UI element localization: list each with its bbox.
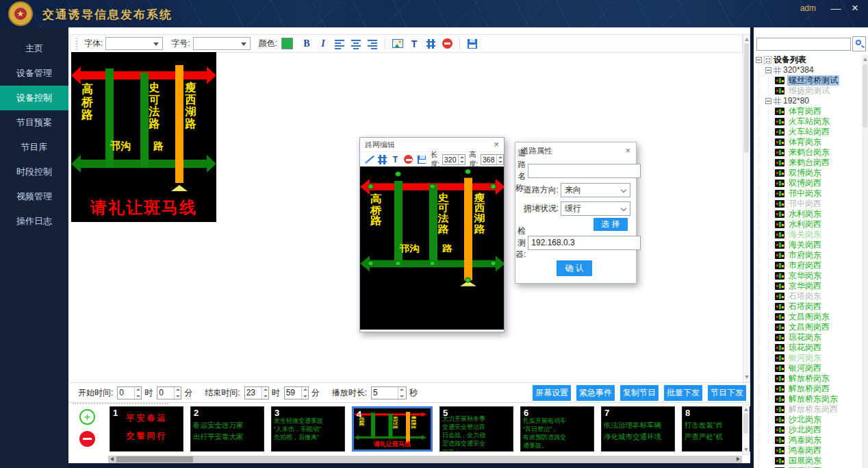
align-center-button[interactable] [349,37,363,51]
sidebar-item[interactable]: 设备管理 [0,61,68,86]
action-button[interactable]: 节目下发 [708,385,746,401]
device-item[interactable]: 体育岗西 [754,106,862,116]
tree-scrollbar[interactable] [862,55,868,468]
action-button[interactable]: 复制节目 [620,385,659,401]
sidebar-item[interactable]: 节目预案 [0,110,68,135]
control-handle[interactable] [368,184,374,189]
device-item[interactable]: 鸿泰岗西 [754,445,862,456]
device-item[interactable]: 市府岗东 [754,250,862,260]
device-item[interactable]: 邗中岗东 [754,188,862,199]
device-item[interactable]: 琼花岗东 [754,332,862,343]
control-handle[interactable] [368,260,374,266]
road-label-right[interactable]: 瘦西湖路 [474,192,485,234]
device-item[interactable]: 水利岗东 [754,209,862,219]
editor-canvas[interactable]: 高桥路 史可法路 瘦西湖路 邗沟 路 [360,167,504,330]
device-item[interactable]: 火车站岗东 [754,116,862,127]
device-item[interactable]: 沙北岗西 [754,425,862,435]
frame-thumbnail-7[interactable]: 7 依法治理非标车辆 净化城市交通环境 [601,406,675,452]
add-frame-button[interactable]: + [79,409,95,425]
congestion-select[interactable]: 缓行 [561,201,630,216]
tree-group-320x384[interactable]: 320*384 [754,65,862,75]
minimize-button[interactable]: — [828,1,843,15]
control-handle[interactable] [429,184,435,189]
scrollbar-thumb[interactable] [743,413,748,434]
spinner-arrows[interactable] [134,387,141,399]
road-label-bottom-right[interactable]: 路 [442,243,452,254]
device-item[interactable]: 来鹤台岗东 [754,147,862,158]
sidebar-item[interactable]: 节目库 [0,135,68,160]
end-hour-spinner[interactable]: 23 [244,386,269,399]
device-item[interactable]: 双博岗东 [754,168,862,178]
device-item[interactable]: 石塔岗东 [754,291,862,301]
scrollbar-thumb[interactable] [863,64,867,127]
delete-button[interactable] [440,37,454,51]
confirm-button[interactable]: 确 认 [557,260,592,276]
spinner-arrows[interactable] [458,155,465,164]
start-hour-spinner[interactable]: 0 [117,386,142,399]
device-item[interactable]: 体育岗东 [754,137,862,147]
device-item[interactable]: 解放桥岗东 [754,373,862,384]
scroll-up-icon[interactable] [863,58,867,61]
control-handle[interactable] [490,260,496,266]
tree-root[interactable]: 设备列表 [754,55,862,65]
duration-spinner[interactable]: 5 [371,386,407,399]
frame-thumbnail-2[interactable]: 2 春运安全连万家 出行平安靠大家 [190,406,264,452]
device-item[interactable]: 解放桥东岗东 [754,394,862,404]
delete-button[interactable] [403,153,414,165]
device-item[interactable]: 双博岗西 [754,178,862,188]
device-item[interactable]: 来鹤台岗西 [754,158,862,168]
device-item[interactable]: 文昌阁岗东 [754,312,862,322]
left-road-arrow[interactable] [394,180,403,267]
sidebar-item[interactable]: 设备控制 [0,86,68,110]
scroll-up-icon[interactable] [745,38,749,41]
align-right-button[interactable] [366,37,379,51]
spinner-arrows[interactable] [301,387,308,399]
device-item[interactable]: 京华岗西 [754,281,862,291]
insert-image-button[interactable] [391,37,405,51]
action-button[interactable]: 紧急事件 [576,385,615,401]
canvas-vertical-scrollbar[interactable] [743,34,750,382]
tree-group-192x80[interactable]: 192*80 [754,96,862,106]
add-road-button[interactable] [376,153,388,165]
action-button[interactable]: 屏幕设置 [533,385,571,401]
strip-horizontal-scrollbar[interactable] [108,456,742,463]
sidebar-item[interactable]: 时段控制 [0,160,68,184]
scroll-down-icon[interactable] [745,375,749,379]
device-item[interactable]: 解放桥东岗西 [754,404,862,415]
device-item[interactable]: 邗中岗西 [754,199,862,209]
device-item[interactable]: 维扬岗测试 [754,86,862,96]
device-item[interactable]: 水利岗西 [754,219,862,230]
device-item[interactable]: 海关岗西 [754,240,862,250]
device-item[interactable]: 石塔岗西 [754,301,862,312]
scroll-down-icon[interactable] [744,448,748,452]
device-item[interactable]: 市府岗西 [754,260,862,271]
scrollbar-thumb[interactable] [744,43,749,153]
frame-thumbnail-5[interactable]: 5 大力开展秋冬季 交通安全整治百 日会战，全力稳 定道路交通安全 形势！ [439,406,513,452]
control-handle[interactable] [395,260,401,266]
road-direction-select[interactable]: 来向 [561,183,630,197]
sidebar-item[interactable]: 主页 [0,36,68,61]
device-item[interactable]: 国展岗东 [754,456,862,466]
road-label-bottom-left[interactable]: 邗沟 [399,243,420,254]
dialog-close-button[interactable]: × [625,143,630,159]
device-item[interactable]: 沙北岗东 [754,415,862,425]
road-label-middle[interactable]: 史可法路 [437,192,449,234]
bold-button[interactable]: B [300,37,314,51]
device-item[interactable]: 海关岗东 [754,230,862,240]
device-item[interactable]: 鸿泰岗东 [754,435,862,445]
road-label-left[interactable]: 高桥路 [370,194,383,227]
align-left-button[interactable] [333,37,346,51]
draw-line-button[interactable] [363,153,375,165]
font-select[interactable] [105,37,163,50]
control-handle[interactable] [465,278,471,283]
remove-frame-button[interactable] [79,431,95,447]
select-detector-button[interactable]: 选 择 [593,218,628,231]
frame-thumbnail-6[interactable]: 6 扎实开展电动车 “百日整治”， 有效预防道路交 通事故。 [520,406,594,452]
device-item[interactable]: 京华岗东 [754,271,862,281]
device-item[interactable]: 文昌阁岗西 [754,322,862,332]
led-preview[interactable]: 高桥路 史可法路 瘦西湖路 邗沟 路 请礼让斑马线 [71,52,216,222]
right-road-arrow[interactable] [464,177,472,281]
road-name-input[interactable] [528,164,641,178]
collapse-icon[interactable] [756,57,762,63]
frame-thumbnail-3[interactable]: 3 发生轻微交通事故 “人未伤，车能动” 先拍照，后撤离” [271,406,345,452]
